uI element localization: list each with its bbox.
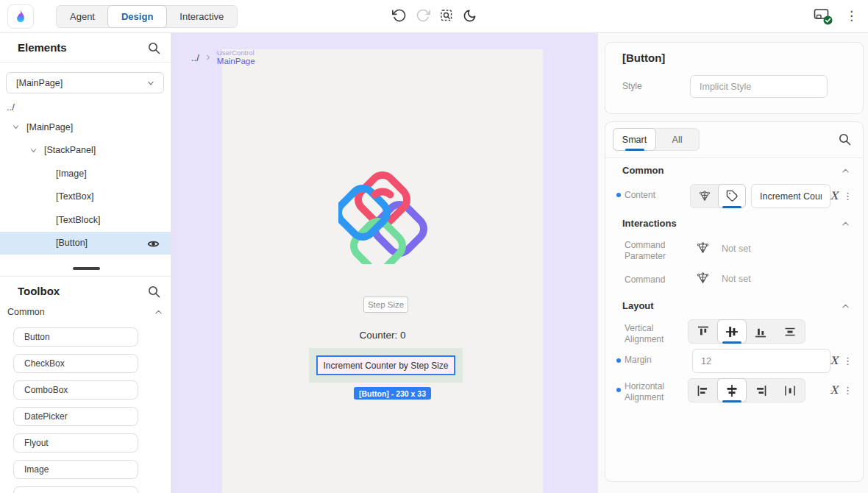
overflow-menu-icon[interactable]: ⋮ xyxy=(845,10,858,22)
eye-visibility-icon[interactable] xyxy=(147,238,160,250)
active-segment-underline xyxy=(722,341,741,344)
align-left-icon[interactable] xyxy=(689,379,718,402)
property-options-icon[interactable]: ⋮ xyxy=(843,386,853,395)
markup-expression-icon[interactable]: X xyxy=(830,355,838,366)
align-hcenter-icon[interactable] xyxy=(717,378,747,402)
content-label: Content xyxy=(625,190,685,201)
properties-card: Smart All Common Content X ⋮ xyxy=(605,121,864,482)
binding-web-icon[interactable] xyxy=(697,242,709,255)
undo-icon[interactable] xyxy=(392,8,407,23)
dark-mode-moon-icon[interactable] xyxy=(463,9,477,23)
selection-size-badge: [Button] - 230 x 33 xyxy=(354,387,431,400)
section-layout[interactable]: Layout xyxy=(622,300,654,311)
toolbox-item-button[interactable]: Button xyxy=(13,327,138,347)
property-filter-tabs: Smart All xyxy=(613,128,700,151)
literal-tag-icon[interactable] xyxy=(718,184,746,208)
section-interactions[interactable]: Interactions xyxy=(622,218,677,229)
command-value[interactable]: Not set xyxy=(722,274,751,284)
toolbox-item-checkbox[interactable]: CheckBox xyxy=(13,354,138,373)
redo-icon[interactable] xyxy=(416,8,430,23)
style-label: Style xyxy=(622,81,642,91)
left-sidebar: Elements [MainPage] ../ [MainPage] [Stac… xyxy=(0,33,171,493)
align-vcenter-icon[interactable] xyxy=(717,319,747,344)
toolbox-item-list: Button CheckBox ComboBox DatePicker Flyo… xyxy=(13,327,138,493)
page-selector-value: [MainPage] xyxy=(16,78,63,88)
chevron-down-icon xyxy=(146,78,156,88)
tab-interactive[interactable]: Interactive xyxy=(166,6,237,27)
page-selector-dropdown[interactable]: [MainPage] xyxy=(6,72,164,93)
toolbox-item-datepicker[interactable]: DatePicker xyxy=(13,407,138,426)
align-top-icon[interactable] xyxy=(689,320,718,343)
canvas-breadcrumb: ../ UserControl MainPage xyxy=(191,49,255,65)
align-hstretch-icon[interactable] xyxy=(775,379,805,402)
chevron-right-icon xyxy=(204,54,212,61)
section-common[interactable]: Common xyxy=(622,165,664,176)
uno-platform-logo xyxy=(338,171,428,264)
tree-root-breadcrumb[interactable]: ../ xyxy=(7,102,15,113)
tab-all[interactable]: All xyxy=(655,129,699,150)
toolbox-item-image[interactable]: Image xyxy=(13,460,138,479)
chevron-up-icon[interactable] xyxy=(841,219,850,229)
tree-item-stackpanel[interactable]: [StackPanel] xyxy=(0,139,171,163)
panel-resize-handle[interactable] xyxy=(73,267,100,270)
app-logo-button[interactable] xyxy=(7,4,34,29)
align-right-icon[interactable] xyxy=(746,379,775,402)
align-bottom-icon[interactable] xyxy=(746,320,775,343)
select-region-icon[interactable] xyxy=(439,8,454,23)
tree-item-image[interactable]: [Image] xyxy=(0,162,171,185)
vertical-alignment-toggle xyxy=(688,319,805,344)
content-value-input[interactable] xyxy=(751,184,830,208)
toolbox-item-partial[interactable] xyxy=(13,486,138,493)
toolbox-section-label[interactable]: Common xyxy=(7,307,45,317)
horizontal-alignment-label: Horizontal Alignment xyxy=(625,381,685,403)
properties-search-icon[interactable] xyxy=(838,132,851,146)
property-inspector: [Button] Style Smart All Common Content xyxy=(598,33,868,493)
tab-agent[interactable]: Agent xyxy=(57,6,108,27)
modified-indicator-dot xyxy=(616,193,621,197)
mode-tabs: Agent Design Interactive xyxy=(56,5,238,28)
style-input[interactable] xyxy=(690,75,828,98)
counter-textblock: Counter: 0 xyxy=(222,330,543,341)
chevron-down-icon[interactable] xyxy=(12,123,20,131)
elements-search-icon[interactable] xyxy=(147,41,160,54)
canvas-control-name[interactable]: MainPage xyxy=(217,57,255,65)
chevron-up-icon[interactable] xyxy=(841,166,850,176)
top-toolbar: Agent Design Interactive ⋮ xyxy=(0,0,868,33)
app-preview[interactable]: Counter: 0 Increment Counter by Step Siz… xyxy=(222,49,543,493)
binding-web-icon[interactable] xyxy=(697,272,709,285)
canvas-control-type: UserControl xyxy=(217,49,255,57)
design-canvas[interactable]: ../ UserControl MainPage Counter: 0 Incr… xyxy=(171,33,598,493)
tab-smart[interactable]: Smart xyxy=(613,128,656,151)
toolbox-panel-title: Toolbox xyxy=(18,285,60,297)
chevron-down-icon[interactable] xyxy=(29,146,38,155)
increment-counter-button[interactable]: Increment Counter by Step Size xyxy=(316,355,455,375)
tab-design[interactable]: Design xyxy=(107,5,167,28)
step-size-textbox[interactable] xyxy=(363,297,408,313)
toolbox-search-icon[interactable] xyxy=(147,285,160,298)
margin-input[interactable] xyxy=(692,349,830,373)
device-connected-icon[interactable] xyxy=(814,7,832,24)
elements-panel-title: Elements xyxy=(18,41,67,54)
tree-item-textbox[interactable]: [TextBox] xyxy=(0,185,171,209)
tree-item-textblock[interactable]: [TextBlock] xyxy=(0,208,171,232)
binding-web-icon[interactable] xyxy=(691,185,719,208)
markup-expression-icon[interactable]: X xyxy=(830,384,838,396)
property-options-icon[interactable]: ⋮ xyxy=(843,356,853,366)
align-vstretch-icon[interactable] xyxy=(775,320,805,343)
modified-indicator-dot xyxy=(616,388,621,392)
tree-item-button[interactable]: [Button] xyxy=(0,232,171,255)
canvas-breadcrumb-root[interactable]: ../ xyxy=(191,52,199,63)
markup-expression-icon[interactable]: X xyxy=(830,190,838,202)
active-segment-underline xyxy=(722,400,741,402)
modified-indicator-dot xyxy=(616,358,621,363)
property-options-icon[interactable]: ⋮ xyxy=(843,191,853,201)
horizontal-alignment-toggle xyxy=(688,378,805,402)
chevron-up-icon[interactable] xyxy=(841,302,850,311)
flame-logo-icon xyxy=(14,9,27,25)
chevron-up-icon[interactable] xyxy=(154,308,163,317)
toolbox-item-combobox[interactable]: ComboBox xyxy=(13,380,138,400)
tree-item-mainpage[interactable]: [MainPage] xyxy=(0,116,171,139)
command-parameter-value[interactable]: Not set xyxy=(722,244,751,254)
toolbox-item-flyout[interactable]: Flyout xyxy=(13,433,138,453)
margin-label: Margin xyxy=(625,355,685,366)
